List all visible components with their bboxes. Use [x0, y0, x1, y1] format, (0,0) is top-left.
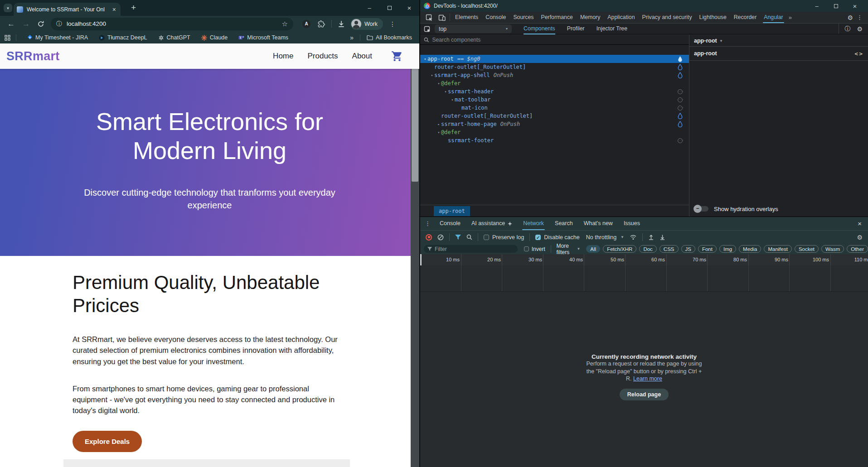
nav-home[interactable]: Home [273, 52, 293, 61]
selected-component-header[interactable]: app-root ▾ [689, 35, 868, 47]
tree-row-ssrmart-header[interactable]: ▾ ssrmart-header ··· [420, 87, 689, 96]
tree-row-mat-icon[interactable]: mat-icon ··· [420, 104, 689, 112]
tab-lighthouse[interactable]: Lighthouse [696, 12, 730, 23]
import-har-icon[interactable] [648, 234, 654, 240]
tree-row-defer[interactable]: ▾ @defer [420, 79, 689, 87]
devtools-settings-gear-icon[interactable]: ⚙ [847, 14, 853, 21]
drawer-tab-console[interactable]: Console [434, 217, 466, 230]
drawer-close-icon[interactable]: × [858, 220, 868, 227]
record-network-button[interactable] [426, 234, 432, 241]
frame-selector-icon[interactable] [424, 26, 430, 32]
nav-about[interactable]: About [352, 52, 372, 61]
bookmark-chatgpt[interactable]: ChatGPT [158, 34, 190, 41]
bookmark-jira[interactable]: My Timesheet - JIRA [27, 34, 88, 41]
expand-arrow-icon[interactable]: ▾ [423, 57, 427, 61]
tree-row-ssrmart-app-shell[interactable]: ▾ ssrmart-app-shell OnPush [420, 71, 689, 79]
angular-tab-components[interactable]: Components [524, 24, 555, 34]
chip-fetch-xhr[interactable]: Fetch/XHR [603, 245, 636, 253]
more-filters-dropdown[interactable]: More filters▼ [557, 243, 581, 255]
tree-row-mat-toolbar[interactable]: ▾ mat-toolbar ··· [420, 96, 689, 104]
invert-checkbox[interactable]: Invert [524, 246, 545, 252]
tree-row-defer-2[interactable]: ▾ @defer [420, 128, 689, 136]
chip-manifest[interactable]: Manifest [764, 245, 791, 253]
expand-arrow-icon[interactable]: ▾ [436, 82, 441, 86]
chip-doc[interactable]: Doc [639, 245, 656, 253]
chip-all[interactable]: All [586, 245, 600, 253]
chip-js[interactable]: JS [681, 245, 695, 253]
component-detail-row[interactable]: app-root <> [689, 47, 868, 61]
tab-performance[interactable]: Performance [538, 12, 577, 23]
disable-cache-checkbox[interactable]: ✓Disable cache [535, 234, 580, 241]
devtools-close-button[interactable]: × [845, 2, 864, 10]
device-toolbar-icon[interactable] [436, 14, 448, 21]
tab-sources[interactable]: Sources [509, 12, 537, 23]
network-settings-gear-icon[interactable]: ⚙ [857, 234, 863, 241]
drawer-tab-whats-new[interactable]: What's new [578, 217, 618, 230]
drawer-tab-issues[interactable]: Issues [618, 217, 645, 230]
bookmark-claude[interactable]: Claude [201, 34, 228, 41]
angular-settings-gear-icon[interactable]: ⚙ [857, 25, 863, 33]
preserve-log-checkbox[interactable]: Preserve log [484, 234, 524, 241]
devtools-menu-icon[interactable]: ⋮ [855, 14, 864, 21]
back-icon[interactable]: ← [7, 20, 15, 28]
site-logo[interactable]: SRRmart [6, 49, 60, 63]
tab-memory[interactable]: Memory [577, 12, 604, 23]
filter-funnel-icon[interactable] [455, 235, 461, 240]
drawer-tab-ai-assistance[interactable]: AI assistance [466, 217, 518, 230]
tab-angular[interactable]: Angular [760, 12, 786, 23]
angular-tab-injector-tree[interactable]: Injector Tree [596, 24, 627, 34]
site-info-icon[interactable]: ⓘ [56, 20, 62, 28]
drawer-tab-search[interactable]: Search [549, 217, 578, 230]
tree-row-ssrmart-footer[interactable]: ssrmart-footer ··· [420, 136, 689, 144]
tab-close-icon[interactable]: × [111, 6, 117, 13]
browser-menu-icon[interactable]: ⋮ [389, 20, 396, 28]
bookmarks-overflow-icon[interactable]: » [350, 34, 354, 41]
tab-search-button[interactable]: ▾ [4, 4, 12, 12]
view-source-icon[interactable]: <> [854, 50, 863, 57]
extension-a-icon[interactable]: A [302, 20, 310, 28]
export-har-icon[interactable] [659, 234, 665, 240]
chip-font[interactable]: Font [698, 245, 717, 253]
new-tab-button[interactable]: + [128, 2, 139, 14]
search-components-input[interactable] [432, 37, 685, 43]
chip-media[interactable]: Media [739, 245, 761, 253]
tree-row-router-outlet[interactable]: router-outlet[_RouterOutlet] [420, 63, 689, 71]
bookmark-deepl[interactable]: Tłumacz DeepL [99, 34, 147, 41]
close-button[interactable]: × [399, 4, 419, 12]
drawer-menu-icon[interactable]: ⋮ [420, 220, 434, 227]
expand-arrow-icon[interactable]: ▾ [436, 130, 441, 135]
apps-grid-icon[interactable] [5, 35, 10, 41]
network-search-icon[interactable] [466, 234, 472, 240]
network-conditions-icon[interactable] [630, 234, 637, 240]
expand-arrow-icon[interactable]: ▾ [430, 73, 434, 77]
collapse-arrow-icon[interactable]: ▸ [436, 122, 441, 126]
angular-info-icon[interactable]: ⓘ [844, 25, 850, 33]
browser-tab[interactable]: Welcome to SSRmart - Your Onl × [14, 3, 121, 16]
tab-elements[interactable]: Elements [451, 12, 482, 23]
angular-tab-profiler[interactable]: Profiler [567, 24, 585, 34]
scrollbar-thumb[interactable] [412, 53, 418, 182]
downloads-icon[interactable] [338, 20, 345, 28]
tab-privacy-and-security[interactable]: Privacy and security [639, 12, 696, 23]
tree-row-ssrmart-home-page[interactable]: ▸ ssrmart-home-page OnPush [420, 120, 689, 128]
extensions-puzzle-icon[interactable] [318, 20, 325, 28]
network-filter-input-wrap[interactable] [424, 245, 518, 253]
tree-row-router-outlet-2[interactable]: router-outlet[_RouterOutlet] [420, 112, 689, 120]
network-filter-input[interactable] [435, 246, 514, 252]
tab-application[interactable]: Application [604, 12, 638, 23]
throttling-dropdown[interactable]: No throttling▼ [586, 234, 624, 241]
expand-arrow-icon[interactable]: ▾ [450, 98, 455, 102]
breadcrumb-app-root[interactable]: app-root [434, 206, 470, 216]
chip-wasm[interactable]: Wasm [821, 245, 844, 253]
minimize-button[interactable]: – [359, 5, 379, 11]
nav-products[interactable]: Products [307, 52, 338, 61]
bookmark-star-icon[interactable]: ☆ [282, 20, 288, 28]
frame-select-dropdown[interactable]: top ▾ [435, 24, 512, 33]
chip-other[interactable]: Other [847, 245, 868, 253]
clear-network-icon[interactable] [437, 234, 444, 241]
more-tabs-icon[interactable]: » [787, 14, 794, 21]
hydration-overlay-toggle[interactable]: − [695, 206, 708, 212]
tab-console[interactable]: Console [482, 12, 509, 23]
chip-socket[interactable]: Socket [795, 245, 819, 253]
devtools-minimize-button[interactable]: – [807, 3, 826, 10]
